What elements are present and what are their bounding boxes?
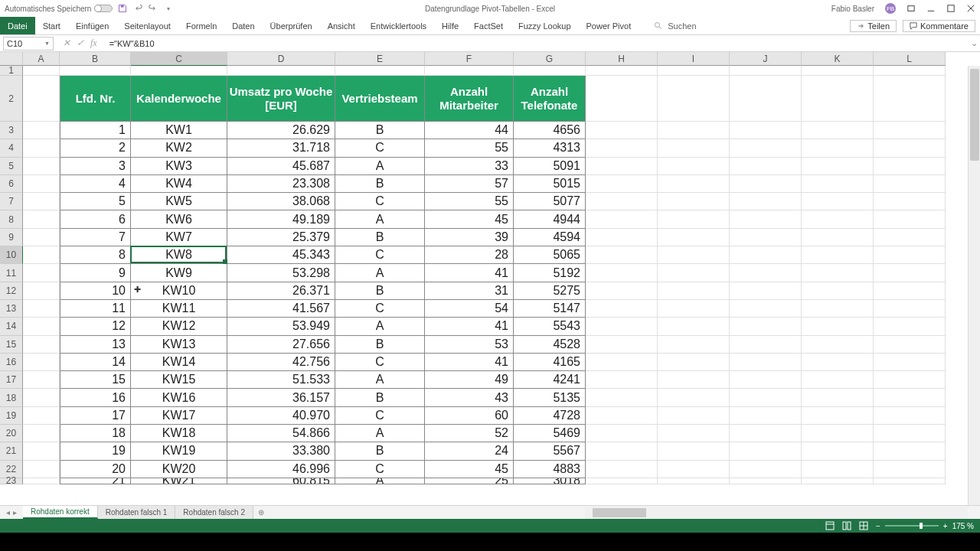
cell[interactable]: 45.687 — [227, 158, 335, 175]
zoom-value[interactable]: 175 % — [952, 522, 974, 530]
cell[interactable]: 46.996 — [227, 461, 335, 478]
cell[interactable]: A — [335, 318, 425, 335]
tab-factset[interactable]: FactSet — [466, 17, 511, 34]
cell[interactable]: 4241 — [514, 371, 586, 389]
cell[interactable]: KW1 — [131, 122, 227, 139]
cell[interactable]: 27.656 — [227, 336, 335, 354]
cell[interactable]: 5015 — [514, 175, 586, 193]
cell[interactable]: C — [335, 407, 425, 425]
cell[interactable]: C — [335, 461, 425, 478]
col-header-L[interactable]: L — [874, 52, 946, 66]
cell[interactable]: 20 — [60, 461, 131, 478]
row-header-17[interactable]: 17 — [0, 371, 23, 389]
cell[interactable]: KW13 — [131, 336, 227, 354]
cell[interactable]: 40.970 — [227, 407, 335, 425]
zoom-out-icon[interactable]: − — [876, 522, 880, 530]
tab-hilfe[interactable]: Hilfe — [434, 17, 466, 34]
cell[interactable]: A — [335, 371, 425, 389]
user-avatar[interactable]: FB — [885, 3, 896, 14]
cell[interactable]: 19 — [60, 442, 131, 460]
cell[interactable]: 5275 — [514, 282, 586, 300]
zoom-slider[interactable] — [885, 525, 939, 527]
col-header-H[interactable]: H — [586, 52, 658, 66]
cell[interactable]: 4313 — [514, 139, 586, 157]
tab-formeln[interactable]: Formeln — [178, 17, 224, 34]
cell[interactable]: 45 — [425, 210, 514, 228]
cell[interactable]: KW20 — [131, 461, 227, 478]
view-page-layout-icon[interactable] — [842, 521, 851, 530]
cell[interactable]: KW8 — [131, 246, 227, 264]
autosave-switch[interactable] — [94, 5, 113, 12]
cell[interactable]: A — [335, 425, 425, 442]
row-header-10[interactable]: 10 — [0, 246, 23, 264]
row-header-2[interactable]: 2 — [0, 76, 23, 122]
col-header-E[interactable]: E — [335, 52, 425, 66]
cell[interactable]: B — [335, 175, 425, 193]
enter-formula-icon[interactable]: ✓ — [77, 37, 84, 49]
vertical-scroll-thumb[interactable] — [970, 69, 979, 161]
cell[interactable]: 5135 — [514, 389, 586, 406]
cell[interactable]: 3018 — [514, 478, 586, 484]
user-name[interactable]: Fabio Basler — [831, 5, 874, 13]
cell[interactable]: 52 — [425, 425, 514, 442]
table-header[interactable]: Umsatz pro Woche [EUR] — [227, 76, 335, 122]
cell[interactable]: KW14 — [131, 354, 227, 371]
cell[interactable]: 45.343 — [227, 246, 335, 264]
cell[interactable]: KW4 — [131, 175, 227, 193]
tab-ansicht[interactable]: Ansicht — [320, 17, 363, 34]
search-box[interactable]: Suchen — [654, 17, 696, 34]
cell[interactable]: 31 — [425, 282, 514, 300]
cell[interactable]: 41 — [425, 264, 514, 282]
share-button[interactable]: Teilen — [850, 20, 897, 32]
cell[interactable]: C — [335, 139, 425, 157]
undo-icon[interactable] — [132, 3, 143, 14]
cell[interactable]: B — [335, 336, 425, 354]
redo-icon[interactable] — [148, 3, 158, 14]
cell[interactable]: 26.371 — [227, 282, 335, 300]
row-header-19[interactable]: 19 — [0, 407, 23, 425]
chevron-down-icon[interactable]: ▼ — [44, 41, 50, 46]
tab-fuzzy-lookup[interactable]: Fuzzy Lookup — [511, 17, 578, 34]
table-header[interactable]: Kalenderwoche — [131, 76, 227, 122]
cell[interactable]: 11 — [60, 300, 131, 318]
cell[interactable]: 49 — [425, 371, 514, 389]
close-icon[interactable] — [966, 5, 975, 12]
cell[interactable]: 53 — [425, 336, 514, 354]
cell[interactable]: 5077 — [514, 193, 586, 210]
autosave-toggle[interactable]: Automatisches Speichern — [5, 5, 113, 13]
cell[interactable]: 57 — [425, 175, 514, 193]
col-header-J[interactable]: J — [730, 52, 802, 66]
tab-scroll-left-icon[interactable]: ◂ — [6, 508, 10, 517]
add-sheet-button[interactable]: ⊕ — [253, 506, 269, 519]
table-header[interactable]: Lfd. Nr. — [60, 76, 131, 122]
row-header-5[interactable]: 5 — [0, 158, 23, 175]
formula-input[interactable]: ="KW"&B10 — [106, 39, 968, 48]
cell[interactable]: 10 — [60, 282, 131, 300]
cell[interactable]: 4594 — [514, 229, 586, 246]
tab-daten[interactable]: Daten — [224, 17, 262, 34]
cell[interactable]: 53.298 — [227, 264, 335, 282]
col-header-I[interactable]: I — [658, 52, 730, 66]
minimize-icon[interactable] — [926, 5, 936, 12]
cell[interactable]: 9 — [60, 264, 131, 282]
cell[interactable]: KW16 — [131, 389, 227, 406]
row-header-18[interactable]: 18 — [0, 389, 23, 406]
cell[interactable]: 4656 — [514, 122, 586, 139]
cell[interactable]: 42.756 — [227, 354, 335, 371]
tab-seitenlayout[interactable]: Seitenlayout — [116, 17, 178, 34]
cell[interactable]: A — [335, 158, 425, 175]
cell[interactable]: 44 — [425, 122, 514, 139]
save-icon[interactable] — [117, 3, 128, 14]
col-header-B[interactable]: B — [60, 52, 131, 66]
cell[interactable]: KW19 — [131, 442, 227, 460]
table-header[interactable]: Anzahl Telefonate — [514, 76, 586, 122]
table-header[interactable]: Vertriebsteam — [335, 76, 425, 122]
cell[interactable]: KW12 — [131, 318, 227, 335]
cell[interactable]: 12 — [60, 318, 131, 335]
cell[interactable]: 36.157 — [227, 389, 335, 406]
row-header-14[interactable]: 14 — [0, 318, 23, 335]
row-header-8[interactable]: 8 — [0, 210, 23, 228]
cell[interactable]: 43 — [425, 389, 514, 406]
cell[interactable]: 7 — [60, 229, 131, 246]
ribbon-display-icon[interactable] — [906, 5, 916, 12]
